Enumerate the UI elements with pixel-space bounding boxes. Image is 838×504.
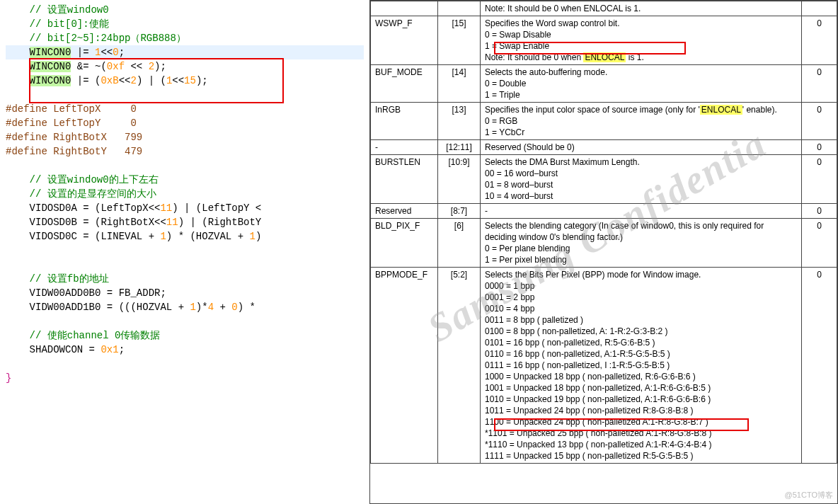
register-table-pane: Note: It should be 0 when ENLOCAL is 1. … — [369, 0, 838, 504]
reg-bit: [10:9] — [438, 155, 481, 204]
reg-desc: Selects the auto-buffering mode.0 = Doub… — [481, 65, 802, 103]
reg-name: BURSTLEN — [371, 155, 438, 204]
define-line: #define RightBotX 799 — [6, 132, 142, 143]
closing-brace: } — [6, 372, 11, 384]
code-comment: // 使能channel 0传输数据 — [6, 330, 160, 341]
reg-name: BUF_MODE — [371, 65, 438, 103]
reg-reset: 0 — [802, 219, 837, 268]
reg-desc: Specifies the input color space of sourc… — [481, 103, 802, 140]
reg-bit: [13] — [438, 103, 481, 140]
reg-reset: 0 — [802, 268, 837, 464]
code-comment: // bit[2~5]:24bpp（RGB888） — [6, 33, 186, 44]
code-line: WINCON0 |= (0xB<<2) | (1<<15); — [6, 74, 364, 88]
reg-reset: 0 — [802, 140, 837, 155]
reg-bit: [15] — [438, 16, 481, 65]
reg-bit: [12:11] — [438, 140, 481, 155]
define-line: #define LeftTopY 0 — [6, 118, 137, 129]
code-editor: // 设置window0 // bit[0]:使能 // bit[2~5]:24… — [0, 0, 369, 504]
reg-name: Reserved — [371, 204, 438, 219]
reg-desc: Selects the blending category (In case o… — [481, 219, 802, 268]
reg-name: WSWP_F — [371, 16, 438, 65]
code-line: VIDW00ADD1B0 = (((HOZVAL + 1)*4 + 0) * — [6, 300, 364, 314]
code-line: VIDOSD0B = (RightBotX<<11) | (RightBotY — [6, 215, 364, 229]
reg-reset: 0 — [802, 16, 837, 65]
reg-desc: Selects the DMA Burst Maximum Length.00 … — [481, 155, 802, 204]
code-comment: // 设置的是显存空间的大小 — [6, 188, 156, 200]
reg-desc: - — [481, 204, 802, 219]
cell-note: Note: It should be 0 when ENLOCAL is 1. — [481, 1, 802, 16]
code-line: VIDW00ADD0B0 = FB_ADDR; — [6, 286, 364, 300]
code-line: VIDOSD0C = (LINEVAL + 1) * (HOZVAL + 1) — [6, 229, 364, 244]
define-line: #define LeftTopX 0 — [6, 103, 137, 115]
reg-bit: [5:2] — [438, 268, 481, 464]
reg-desc: Specifies the Word swap control bit.0 = … — [481, 16, 802, 65]
code-line: SHADOWCON = 0x1; — [6, 343, 364, 357]
code-comment: // bit[0]:使能 — [6, 18, 109, 30]
blog-watermark: @51CTO博客 — [785, 490, 833, 500]
code-line: VIDOSD0A = (LeftTopX<<11) | (LeftTopY < — [6, 201, 364, 215]
reg-bit: [6] — [438, 219, 481, 268]
reg-bit: [14] — [438, 65, 481, 103]
reg-reset: 0 — [802, 65, 837, 103]
reg-reset: 0 — [802, 204, 837, 219]
code-comment: // 设置window0的上下左右 — [6, 174, 159, 185]
reg-desc: Reserved (Should be 0) — [481, 140, 802, 155]
reg-bit: [8:7] — [438, 204, 481, 219]
code-comment: // 设置window0 — [6, 4, 109, 16]
reg-name: BLD_PIX_F — [371, 219, 438, 268]
reg-desc: Selects the Bits Per Pixel (BPP) mode fo… — [481, 268, 802, 464]
code-line: WINCON0 &= ~(0xf << 2); — [6, 59, 364, 74]
reg-name: - — [371, 140, 438, 155]
register-table: Note: It should be 0 when ENLOCAL is 1. … — [370, 1, 837, 464]
code-line: WINCON0 |= 1<<0; — [6, 45, 364, 59]
code-comment: // 设置fb的地址 — [6, 273, 109, 285]
reg-reset: 0 — [802, 155, 837, 204]
reg-reset: 0 — [802, 103, 837, 140]
define-line: #define RightBotY 479 — [6, 146, 142, 157]
reg-name: InRGB — [371, 103, 438, 140]
reg-name: BPPMODE_F — [371, 268, 438, 464]
